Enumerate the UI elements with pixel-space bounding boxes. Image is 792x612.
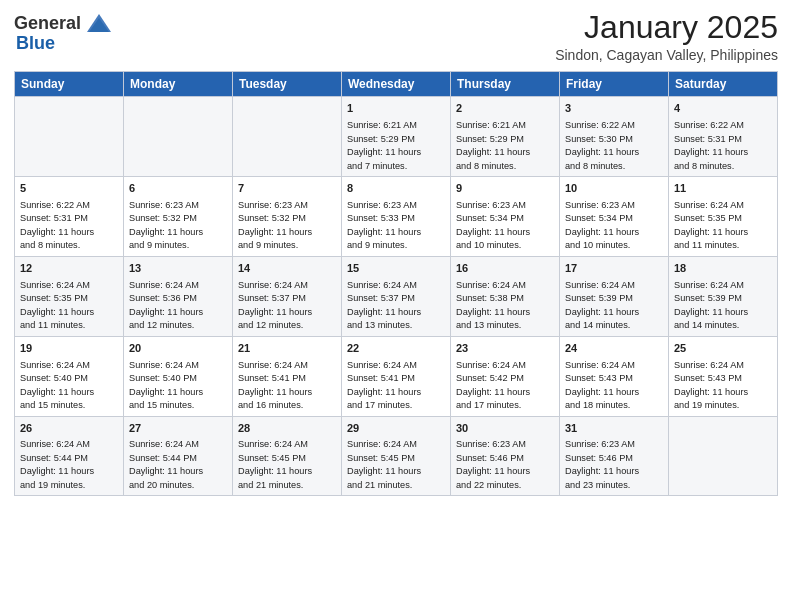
day-info: Sunrise: 6:24 AM Sunset: 5:36 PM Dayligh… xyxy=(129,280,203,331)
day-number: 21 xyxy=(238,341,336,356)
day-info: Sunrise: 6:24 AM Sunset: 5:44 PM Dayligh… xyxy=(129,439,203,490)
day-number: 7 xyxy=(238,181,336,196)
day-number: 24 xyxy=(565,341,663,356)
day-info: Sunrise: 6:23 AM Sunset: 5:46 PM Dayligh… xyxy=(565,439,639,490)
day-info: Sunrise: 6:22 AM Sunset: 5:31 PM Dayligh… xyxy=(674,120,748,171)
day-info: Sunrise: 6:24 AM Sunset: 5:37 PM Dayligh… xyxy=(347,280,421,331)
day-number: 13 xyxy=(129,261,227,276)
day-number: 18 xyxy=(674,261,772,276)
calendar-cell: 1Sunrise: 6:21 AM Sunset: 5:29 PM Daylig… xyxy=(342,97,451,177)
calendar-cell: 27Sunrise: 6:24 AM Sunset: 5:44 PM Dayli… xyxy=(124,416,233,496)
day-number: 25 xyxy=(674,341,772,356)
location: Sindon, Cagayan Valley, Philippines xyxy=(555,47,778,63)
day-info: Sunrise: 6:24 AM Sunset: 5:40 PM Dayligh… xyxy=(129,360,203,411)
calendar-cell: 31Sunrise: 6:23 AM Sunset: 5:46 PM Dayli… xyxy=(560,416,669,496)
day-info: Sunrise: 6:24 AM Sunset: 5:44 PM Dayligh… xyxy=(20,439,94,490)
calendar-cell: 5Sunrise: 6:22 AM Sunset: 5:31 PM Daylig… xyxy=(15,177,124,257)
calendar-cell: 22Sunrise: 6:24 AM Sunset: 5:41 PM Dayli… xyxy=(342,336,451,416)
calendar-cell xyxy=(233,97,342,177)
calendar-cell: 25Sunrise: 6:24 AM Sunset: 5:43 PM Dayli… xyxy=(669,336,778,416)
calendar-cell: 23Sunrise: 6:24 AM Sunset: 5:42 PM Dayli… xyxy=(451,336,560,416)
calendar-cell: 20Sunrise: 6:24 AM Sunset: 5:40 PM Dayli… xyxy=(124,336,233,416)
calendar-cell: 6Sunrise: 6:23 AM Sunset: 5:32 PM Daylig… xyxy=(124,177,233,257)
calendar-cell: 26Sunrise: 6:24 AM Sunset: 5:44 PM Dayli… xyxy=(15,416,124,496)
month-year: January 2025 xyxy=(555,10,778,45)
calendar-cell: 21Sunrise: 6:24 AM Sunset: 5:41 PM Dayli… xyxy=(233,336,342,416)
day-number: 5 xyxy=(20,181,118,196)
day-info: Sunrise: 6:24 AM Sunset: 5:45 PM Dayligh… xyxy=(347,439,421,490)
calendar-cell: 11Sunrise: 6:24 AM Sunset: 5:35 PM Dayli… xyxy=(669,177,778,257)
day-number: 6 xyxy=(129,181,227,196)
calendar-cell: 16Sunrise: 6:24 AM Sunset: 5:38 PM Dayli… xyxy=(451,256,560,336)
logo: General Blue xyxy=(14,10,111,54)
day-number: 31 xyxy=(565,421,663,436)
day-number: 10 xyxy=(565,181,663,196)
col-header-friday: Friday xyxy=(560,72,669,97)
day-info: Sunrise: 6:23 AM Sunset: 5:32 PM Dayligh… xyxy=(238,200,312,251)
col-header-thursday: Thursday xyxy=(451,72,560,97)
calendar-cell: 14Sunrise: 6:24 AM Sunset: 5:37 PM Dayli… xyxy=(233,256,342,336)
calendar-cell xyxy=(669,416,778,496)
day-number: 3 xyxy=(565,101,663,116)
day-info: Sunrise: 6:21 AM Sunset: 5:29 PM Dayligh… xyxy=(456,120,530,171)
calendar-week-5: 26Sunrise: 6:24 AM Sunset: 5:44 PM Dayli… xyxy=(15,416,778,496)
calendar-cell: 18Sunrise: 6:24 AM Sunset: 5:39 PM Dayli… xyxy=(669,256,778,336)
col-header-tuesday: Tuesday xyxy=(233,72,342,97)
day-number: 16 xyxy=(456,261,554,276)
calendar-table: SundayMondayTuesdayWednesdayThursdayFrid… xyxy=(14,71,778,496)
calendar-cell: 4Sunrise: 6:22 AM Sunset: 5:31 PM Daylig… xyxy=(669,97,778,177)
day-number: 30 xyxy=(456,421,554,436)
day-info: Sunrise: 6:24 AM Sunset: 5:43 PM Dayligh… xyxy=(565,360,639,411)
day-info: Sunrise: 6:23 AM Sunset: 5:34 PM Dayligh… xyxy=(456,200,530,251)
day-number: 20 xyxy=(129,341,227,356)
calendar-cell: 7Sunrise: 6:23 AM Sunset: 5:32 PM Daylig… xyxy=(233,177,342,257)
calendar-cell: 28Sunrise: 6:24 AM Sunset: 5:45 PM Dayli… xyxy=(233,416,342,496)
calendar-cell: 24Sunrise: 6:24 AM Sunset: 5:43 PM Dayli… xyxy=(560,336,669,416)
day-info: Sunrise: 6:23 AM Sunset: 5:46 PM Dayligh… xyxy=(456,439,530,490)
logo-icon xyxy=(83,10,111,38)
calendar-cell xyxy=(124,97,233,177)
calendar-week-4: 19Sunrise: 6:24 AM Sunset: 5:40 PM Dayli… xyxy=(15,336,778,416)
day-number: 26 xyxy=(20,421,118,436)
day-number: 23 xyxy=(456,341,554,356)
day-info: Sunrise: 6:23 AM Sunset: 5:32 PM Dayligh… xyxy=(129,200,203,251)
day-info: Sunrise: 6:24 AM Sunset: 5:45 PM Dayligh… xyxy=(238,439,312,490)
day-info: Sunrise: 6:24 AM Sunset: 5:35 PM Dayligh… xyxy=(20,280,94,331)
day-info: Sunrise: 6:24 AM Sunset: 5:39 PM Dayligh… xyxy=(565,280,639,331)
day-number: 15 xyxy=(347,261,445,276)
day-number: 1 xyxy=(347,101,445,116)
col-header-sunday: Sunday xyxy=(15,72,124,97)
col-header-wednesday: Wednesday xyxy=(342,72,451,97)
day-info: Sunrise: 6:22 AM Sunset: 5:30 PM Dayligh… xyxy=(565,120,639,171)
calendar-cell: 15Sunrise: 6:24 AM Sunset: 5:37 PM Dayli… xyxy=(342,256,451,336)
col-header-saturday: Saturday xyxy=(669,72,778,97)
header: General Blue January 2025 Sindon, Cagaya… xyxy=(14,10,778,63)
calendar-cell: 2Sunrise: 6:21 AM Sunset: 5:29 PM Daylig… xyxy=(451,97,560,177)
day-info: Sunrise: 6:23 AM Sunset: 5:34 PM Dayligh… xyxy=(565,200,639,251)
calendar-week-1: 1Sunrise: 6:21 AM Sunset: 5:29 PM Daylig… xyxy=(15,97,778,177)
col-header-monday: Monday xyxy=(124,72,233,97)
calendar-cell: 29Sunrise: 6:24 AM Sunset: 5:45 PM Dayli… xyxy=(342,416,451,496)
day-number: 12 xyxy=(20,261,118,276)
calendar-cell: 9Sunrise: 6:23 AM Sunset: 5:34 PM Daylig… xyxy=(451,177,560,257)
day-info: Sunrise: 6:23 AM Sunset: 5:33 PM Dayligh… xyxy=(347,200,421,251)
day-info: Sunrise: 6:24 AM Sunset: 5:38 PM Dayligh… xyxy=(456,280,530,331)
day-number: 2 xyxy=(456,101,554,116)
calendar-cell: 19Sunrise: 6:24 AM Sunset: 5:40 PM Dayli… xyxy=(15,336,124,416)
calendar-cell: 8Sunrise: 6:23 AM Sunset: 5:33 PM Daylig… xyxy=(342,177,451,257)
day-info: Sunrise: 6:24 AM Sunset: 5:42 PM Dayligh… xyxy=(456,360,530,411)
day-number: 19 xyxy=(20,341,118,356)
day-info: Sunrise: 6:24 AM Sunset: 5:41 PM Dayligh… xyxy=(238,360,312,411)
calendar-cell: 13Sunrise: 6:24 AM Sunset: 5:36 PM Dayli… xyxy=(124,256,233,336)
day-number: 4 xyxy=(674,101,772,116)
day-number: 9 xyxy=(456,181,554,196)
logo-blue-text: Blue xyxy=(16,34,55,54)
calendar-cell: 17Sunrise: 6:24 AM Sunset: 5:39 PM Dayli… xyxy=(560,256,669,336)
calendar-cell: 12Sunrise: 6:24 AM Sunset: 5:35 PM Dayli… xyxy=(15,256,124,336)
calendar-week-2: 5Sunrise: 6:22 AM Sunset: 5:31 PM Daylig… xyxy=(15,177,778,257)
calendar-cell: 10Sunrise: 6:23 AM Sunset: 5:34 PM Dayli… xyxy=(560,177,669,257)
day-number: 27 xyxy=(129,421,227,436)
day-number: 29 xyxy=(347,421,445,436)
day-info: Sunrise: 6:24 AM Sunset: 5:39 PM Dayligh… xyxy=(674,280,748,331)
day-number: 14 xyxy=(238,261,336,276)
